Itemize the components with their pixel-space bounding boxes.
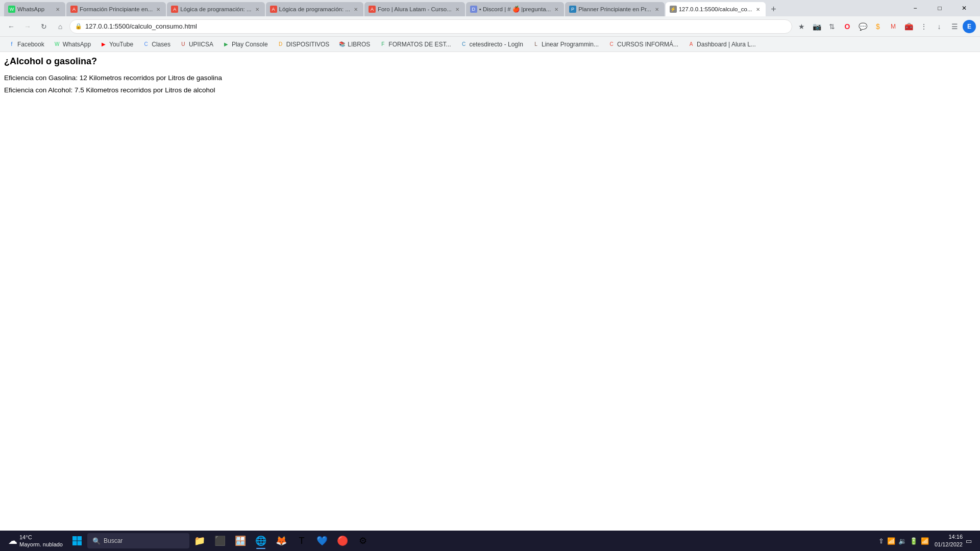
- settings-button[interactable]: ⋮: [917, 19, 931, 34]
- bookmark-formatos-de-est[interactable]: FFORMATOS DE EST...: [375, 40, 455, 49]
- bookmark-upiicsa[interactable]: UUPIICSA: [176, 40, 217, 49]
- bookmark-label: CURSOS INFORMÁ...: [617, 41, 678, 48]
- bookmark-label: cetesdirecto - LogIn: [470, 41, 523, 48]
- bookmark-cursos-inform[interactable]: CCURSOS INFORMÁ...: [604, 40, 682, 49]
- browser-tab-tab7[interactable]: PPlanner Principiante en Pr...✕: [565, 2, 665, 16]
- tab-favicon: A: [70, 6, 78, 13]
- tab-favicon: A: [369, 6, 376, 13]
- browser-tab-tab1[interactable]: WWhatsApp✕: [4, 2, 65, 16]
- bookmark-button[interactable]: ★: [794, 19, 808, 34]
- taskbar-app-chrome[interactable]: 🌐: [252, 532, 270, 550]
- taskbar-app-vs-code[interactable]: 💙: [313, 532, 331, 550]
- taskbar-app-firefox[interactable]: 🦊: [272, 532, 290, 550]
- tab-favicon: A: [171, 6, 178, 13]
- wifi-icon[interactable]: 📶: [921, 537, 929, 545]
- clock[interactable]: 14:16 01/12/2022: [932, 533, 963, 549]
- titlebar-controls: − □ ✕: [903, 0, 976, 16]
- weather-widget[interactable]: ☁ 14°C Mayorm. nublado: [4, 534, 67, 548]
- weather-condition: Mayorm. nublado: [19, 541, 63, 548]
- bookmark-favicon: ▶: [100, 41, 107, 48]
- svg-rect-3: [78, 541, 82, 546]
- battery-icon[interactable]: 🔋: [910, 537, 918, 545]
- taskbar: ☁ 14°C Mayorm. nublado 🔍 Buscar 📁⬛🪟🌐🦊T💙🔴…: [0, 531, 980, 551]
- tab-favicon: W: [8, 6, 15, 13]
- forward-button[interactable]: →: [20, 19, 35, 34]
- download-button[interactable]: ↓: [932, 19, 946, 34]
- bookmark-label: DISPOSITIVOS: [286, 41, 330, 48]
- start-button[interactable]: [68, 532, 86, 550]
- close-window-button[interactable]: ✕: [952, 0, 976, 16]
- tab-close-button[interactable]: ✕: [553, 6, 560, 13]
- tab-close-button[interactable]: ✕: [454, 6, 461, 13]
- bookmark-favicon: L: [532, 41, 540, 48]
- browser-tab-tab4[interactable]: ALógica de programación: ...✕: [266, 2, 363, 16]
- browser-tab-tab3[interactable]: ALógica de programación: ...✕: [167, 2, 264, 16]
- whatsapp-icon[interactable]: 💬: [855, 19, 870, 34]
- chevron-up-icon[interactable]: ⇧: [878, 537, 884, 545]
- screenshot-button[interactable]: 📷: [810, 19, 824, 34]
- home-button[interactable]: ⌂: [53, 19, 67, 34]
- taskbar-app-windows-store[interactable]: 🪟: [231, 532, 250, 550]
- bookmark-whatsapp[interactable]: WWhatsApp: [50, 40, 95, 49]
- titlebar: WWhatsApp✕AFormación Principiante en...✕…: [0, 0, 980, 16]
- volume-icon[interactable]: 🔉: [898, 537, 906, 545]
- tab-close-button[interactable]: ✕: [155, 6, 162, 13]
- address-bar[interactable]: 🔒 127.0.0.1:5500/calculo_consumo.html: [69, 19, 792, 34]
- taskbar-right: ⇧ 📶 🔉 🔋 📶 14:16 01/12/2022 ▭: [874, 533, 976, 549]
- main-content: ¿Alcohol o gasolina? Eficiencia con Gaso…: [0, 52, 980, 531]
- network-icon[interactable]: 📶: [887, 537, 895, 545]
- windows-logo: [72, 536, 82, 546]
- taskbar-app-terminal[interactable]: ⬛: [211, 532, 229, 550]
- bookmark-dispositivos[interactable]: DDISPOSITIVOS: [273, 40, 334, 49]
- bookmark-favicon: W: [54, 41, 61, 48]
- bookmark-dashboard--alura-l[interactable]: ADashboard | Alura L...: [683, 40, 760, 49]
- svg-rect-1: [78, 536, 82, 541]
- browser-tab-tab8[interactable]: ⚡127.0.0.1:5500/calculo_co...✕: [666, 2, 766, 16]
- crypto-icon[interactable]: $: [871, 19, 885, 34]
- tab-favicon: ⚡: [670, 6, 677, 13]
- tab-favicon: D: [470, 6, 477, 13]
- tab-close-button[interactable]: ✕: [54, 6, 61, 13]
- security-icon: 🔒: [75, 23, 82, 30]
- browser-tab-tab6[interactable]: D• Discord | # 🍎 |pregunta...✕: [466, 2, 564, 16]
- taskbar-app-file-explorer[interactable]: 📁: [190, 532, 209, 550]
- sync-button[interactable]: ⇅: [825, 19, 839, 34]
- back-button[interactable]: ←: [4, 19, 18, 34]
- tab-title: Lógica de programación: ...: [180, 6, 251, 12]
- bookmark-label: Dashboard | Alura L...: [697, 41, 756, 48]
- minimize-button[interactable]: −: [903, 0, 927, 16]
- new-tab-button[interactable]: +: [767, 2, 781, 16]
- bookmark-favicon: U: [180, 41, 187, 48]
- bookmark-clases[interactable]: CClases: [138, 40, 175, 49]
- search-text: Buscar: [104, 537, 122, 544]
- tab-close-button[interactable]: ✕: [352, 6, 359, 13]
- maximize-button[interactable]: □: [928, 0, 951, 16]
- taskbar-app-app8[interactable]: ⚙: [354, 532, 372, 550]
- taskbar-app-app7[interactable]: 🔴: [333, 532, 352, 550]
- reload-button[interactable]: ↻: [37, 19, 51, 34]
- browser-tab-tab2[interactable]: AFormación Principiante en...✕: [66, 2, 166, 16]
- bookmark-facebook[interactable]: fFacebook: [4, 40, 48, 49]
- bookmark-label: LIBROS: [348, 41, 370, 48]
- taskbar-search[interactable]: 🔍 Buscar: [87, 533, 189, 548]
- opera-icon[interactable]: O: [840, 19, 854, 34]
- bookmark-linear-programmin[interactable]: LLinear Programmin...: [528, 40, 603, 49]
- tab-close-button[interactable]: ✕: [653, 6, 660, 13]
- browser-tab-tab5[interactable]: AForo | Alura Latam - Curso...✕: [364, 2, 465, 16]
- gmail-icon[interactable]: M: [886, 19, 900, 34]
- extensions-icon[interactable]: 🧰: [901, 19, 916, 34]
- tab-close-button[interactable]: ✕: [754, 6, 762, 13]
- bookmark-cetesdirecto---login[interactable]: Ccetesdirecto - LogIn: [456, 40, 527, 49]
- weather-info: 14°C Mayorm. nublado: [19, 534, 63, 548]
- sidebar-button[interactable]: ☰: [947, 19, 962, 34]
- bookmark-play-console[interactable]: ▶Play Console: [218, 40, 272, 49]
- bookmark-label: WhatsApp: [63, 41, 91, 48]
- taskbar-app-teams[interactable]: T: [292, 532, 311, 550]
- tab-close-button[interactable]: ✕: [254, 6, 261, 13]
- bookmark-libros[interactable]: 📚LIBROS: [334, 40, 374, 49]
- tabs-area: WWhatsApp✕AFormación Principiante en...✕…: [4, 0, 903, 16]
- bookmark-youtube[interactable]: ▶YouTube: [96, 40, 137, 49]
- profile-button[interactable]: E: [963, 20, 976, 33]
- show-desktop-button[interactable]: ▭: [966, 537, 972, 545]
- bookmark-label: UPIICSA: [189, 41, 213, 48]
